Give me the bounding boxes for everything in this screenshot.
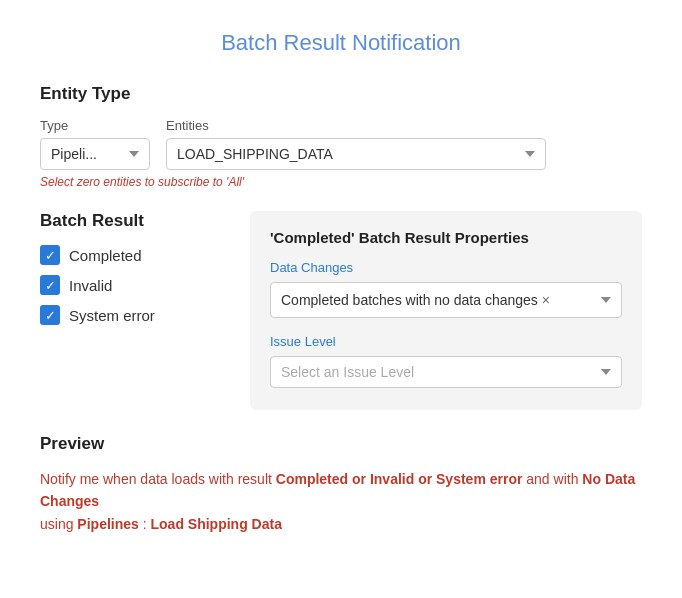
checkbox-completed-box: ✓ — [40, 245, 60, 265]
checkbox-invalid[interactable]: ✓ Invalid — [40, 275, 220, 295]
data-changes-field-group: Data Changes Completed batches with no d… — [270, 260, 622, 318]
entities-select[interactable]: LOAD_SHIPPING_DATA — [166, 138, 546, 170]
batch-result-properties: 'Completed' Batch Result Properties Data… — [250, 211, 642, 410]
checkmark-icon: ✓ — [45, 279, 56, 292]
issue-level-chevron-icon — [601, 369, 611, 375]
entity-type-section: Entity Type Type Pipeli... Entities LOAD… — [40, 84, 642, 189]
checkbox-invalid-box: ✓ — [40, 275, 60, 295]
properties-title: 'Completed' Batch Result Properties — [270, 229, 622, 246]
preview-middle: and with — [522, 471, 582, 487]
entities-select-value: LOAD_SHIPPING_DATA — [177, 146, 333, 162]
batch-result-left: Batch Result ✓ Completed ✓ Invalid ✓ Sys… — [40, 211, 220, 325]
preview-bold1: Completed or Invalid or System error — [276, 471, 523, 487]
preview-suffix: using — [40, 516, 77, 532]
checkbox-completed[interactable]: ✓ Completed — [40, 245, 220, 265]
data-changes-select[interactable]: Completed batches with no data changes × — [270, 282, 622, 318]
remove-tag-icon[interactable]: × — [542, 293, 550, 307]
checkbox-system-error[interactable]: ✓ System error — [40, 305, 220, 325]
checkbox-system-error-label: System error — [69, 307, 155, 324]
entities-field-group: Entities LOAD_SHIPPING_DATA — [166, 118, 546, 170]
checkmark-icon: ✓ — [45, 249, 56, 262]
checkbox-list: ✓ Completed ✓ Invalid ✓ System error — [40, 245, 220, 325]
preview-text: Notify me when data loads with result Co… — [40, 468, 642, 535]
preview-colon: : — [139, 516, 151, 532]
type-label: Type — [40, 118, 150, 133]
checkbox-completed-label: Completed — [69, 247, 142, 264]
type-select[interactable]: Pipeli... — [40, 138, 150, 170]
checkmark-icon: ✓ — [45, 309, 56, 322]
checkbox-system-error-box: ✓ — [40, 305, 60, 325]
entity-type-heading: Entity Type — [40, 84, 642, 104]
batch-result-heading: Batch Result — [40, 211, 220, 231]
issue-level-placeholder: Select an Issue Level — [281, 364, 414, 380]
preview-bold4: Load Shipping Data — [151, 516, 282, 532]
issue-level-label: Issue Level — [270, 334, 622, 349]
data-changes-tag: Completed batches with no data changes × — [281, 292, 550, 308]
type-select-value: Pipeli... — [51, 146, 97, 162]
type-field-group: Type Pipeli... — [40, 118, 150, 170]
page-title: Batch Result Notification — [40, 30, 642, 56]
data-changes-chevron-icon — [601, 297, 611, 303]
preview-prefix: Notify me when data loads with result — [40, 471, 276, 487]
entities-hint: Select zero entities to subscribe to 'Al… — [40, 175, 642, 189]
entity-type-row: Type Pipeli... Entities LOAD_SHIPPING_DA… — [40, 118, 642, 170]
batch-result-section: Batch Result ✓ Completed ✓ Invalid ✓ Sys… — [40, 211, 642, 410]
entities-label: Entities — [166, 118, 546, 133]
preview-heading: Preview — [40, 434, 642, 454]
preview-bold3: Pipelines — [77, 516, 138, 532]
issue-level-field-group: Issue Level Select an Issue Level — [270, 334, 622, 388]
preview-section: Preview Notify me when data loads with r… — [40, 434, 642, 535]
checkbox-invalid-label: Invalid — [69, 277, 112, 294]
data-changes-label: Data Changes — [270, 260, 622, 275]
entities-select-chevron-icon — [525, 151, 535, 157]
issue-level-select[interactable]: Select an Issue Level — [270, 356, 622, 388]
type-select-chevron-icon — [129, 151, 139, 157]
data-changes-tag-text: Completed batches with no data changes — [281, 292, 538, 308]
